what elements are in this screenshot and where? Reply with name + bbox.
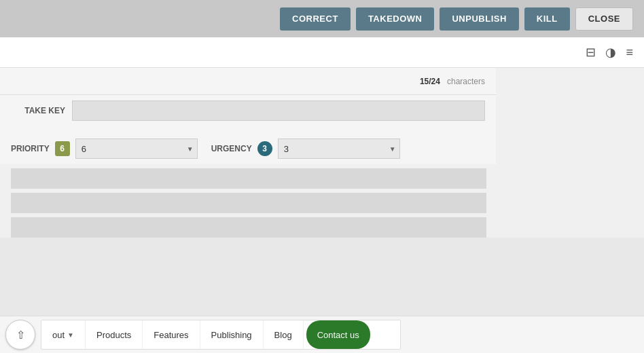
chevron-up-icon: ⇧ bbox=[16, 329, 25, 341]
top-toolbar: CORRECT TAKEDOWN UNPUBLISH KILL CLOSE bbox=[0, 0, 644, 37]
content-block-2 bbox=[11, 193, 486, 213]
filter-icon-button[interactable]: ⊟ bbox=[586, 45, 596, 60]
priority-badge: 6 bbox=[55, 141, 70, 156]
content-block-1 bbox=[11, 168, 486, 189]
bottom-nav-wrapper: ⇧ out ▼ Products Features Publishing Blo… bbox=[0, 316, 644, 353]
close-button[interactable]: CLOSE bbox=[575, 7, 633, 31]
correct-button[interactable]: CORRECT bbox=[280, 7, 351, 31]
urgency-group: URGENCY 3 3 1 2 4 5 ▼ bbox=[211, 138, 400, 159]
nav-item-out[interactable]: out ▼ bbox=[41, 320, 86, 349]
priority-select[interactable]: 6 1 2 3 4 5 bbox=[75, 138, 198, 159]
take-key-label: TAKE KEY bbox=[11, 106, 65, 115]
scroll-up-button[interactable]: ⇧ bbox=[5, 320, 35, 350]
nav-item-products[interactable]: Products bbox=[86, 320, 143, 349]
priority-urgency-row: PRIORITY 6 6 1 2 3 4 5 ▼ URGENCY 3 3 bbox=[0, 133, 496, 164]
contrast-icon-button[interactable]: ◑ bbox=[605, 45, 616, 60]
kill-button[interactable]: KILL bbox=[524, 7, 570, 31]
content-block-3 bbox=[11, 217, 486, 238]
contrast-icon: ◑ bbox=[605, 45, 616, 60]
nav-item-contact[interactable]: Contact us bbox=[306, 320, 370, 349]
take-key-input[interactable] bbox=[72, 100, 485, 121]
takedown-button[interactable]: TAKEDOWN bbox=[356, 7, 435, 31]
sliders-icon-button[interactable]: ≡ bbox=[626, 45, 633, 60]
secondary-toolbar: ⊟ ◑ ≡ bbox=[0, 37, 644, 68]
bottom-nav: out ▼ Products Features Publishing Blog … bbox=[41, 320, 401, 350]
take-key-section: TAKE KEY bbox=[0, 95, 496, 133]
nav-item-blog[interactable]: Blog bbox=[264, 320, 304, 349]
urgency-select[interactable]: 3 1 2 4 5 bbox=[278, 138, 400, 159]
unpublish-button[interactable]: UNPUBLISH bbox=[440, 7, 518, 31]
nav-item-features[interactable]: Features bbox=[143, 320, 200, 349]
filter-icon: ⊟ bbox=[586, 45, 596, 60]
priority-select-wrapper: 6 1 2 3 4 5 ▼ bbox=[75, 138, 198, 159]
char-info-bar: 15/24 characters bbox=[0, 68, 496, 95]
take-key-row: TAKE KEY bbox=[11, 100, 485, 121]
char-count: 15/24 characters bbox=[420, 77, 485, 86]
main-content: 15/24 characters TAKE KEY PRIORITY 6 6 1… bbox=[0, 68, 644, 238]
priority-group: PRIORITY 6 6 1 2 3 4 5 ▼ bbox=[11, 138, 198, 159]
urgency-label: URGENCY bbox=[211, 144, 252, 153]
nav-item-publishing[interactable]: Publishing bbox=[200, 320, 264, 349]
priority-label: PRIORITY bbox=[11, 144, 50, 153]
sliders-icon: ≡ bbox=[626, 45, 633, 60]
urgency-badge: 3 bbox=[257, 141, 272, 156]
nav-arrow-out: ▼ bbox=[67, 331, 74, 339]
urgency-select-wrapper: 3 1 2 4 5 ▼ bbox=[278, 138, 400, 159]
